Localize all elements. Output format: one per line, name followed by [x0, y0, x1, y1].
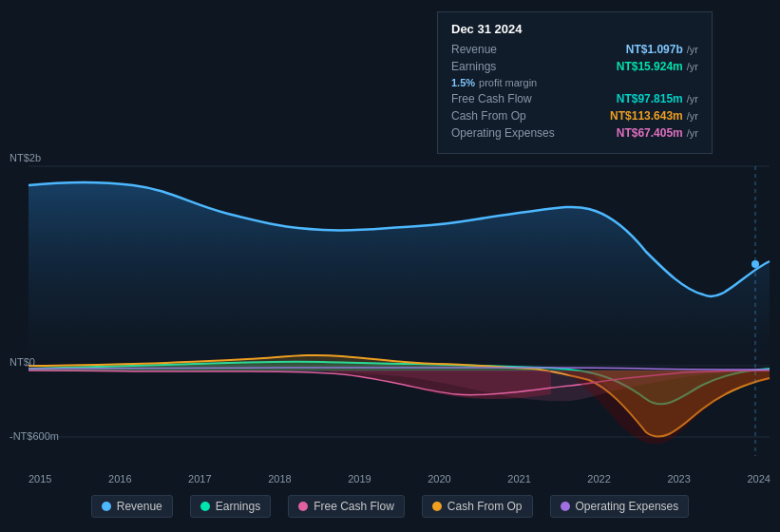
- tooltip-row-opex: Operating Expenses NT$67.405m /yr: [451, 126, 698, 140]
- legend-label-earnings: Earnings: [216, 500, 260, 513]
- legend-label-revenue: Revenue: [117, 500, 162, 513]
- tooltip-date: Dec 31 2024: [451, 22, 698, 36]
- legend-item-fcf[interactable]: Free Cash Flow: [288, 495, 405, 518]
- chart-container: NT$2b NT$0 -NT$600m 20152016201720182019…: [0, 0, 780, 532]
- tooltip-profit-margin: 1.5% profit margin: [451, 77, 698, 88]
- legend-dot-cashop: [432, 502, 442, 511]
- x-label-2016: 2016: [108, 473, 131, 484]
- tooltip-unit-earnings: /yr: [687, 61, 698, 72]
- legend-item-cashop[interactable]: Cash From Op: [422, 495, 533, 518]
- y-label-top: NT$2b: [10, 152, 41, 163]
- tooltip-row-earnings: Earnings NT$15.924m /yr: [451, 60, 698, 73]
- x-label-2021: 2021: [507, 473, 530, 484]
- tooltip: Dec 31 2024 Revenue NT$1.097b /yr Earnin…: [437, 11, 713, 154]
- y-label-mid: NT$0: [10, 356, 35, 368]
- x-label-2018: 2018: [268, 473, 291, 484]
- x-label-2017: 2017: [188, 473, 211, 484]
- profit-margin-pct: 1.5%: [451, 77, 475, 88]
- tooltip-value-earnings: NT$15.924m: [617, 60, 683, 73]
- svg-point-6: [751, 260, 759, 268]
- legend-dot-earnings: [200, 502, 210, 511]
- tooltip-unit-fcf: /yr: [687, 93, 698, 104]
- legend: Revenue Earnings Free Cash Flow Cash Fro…: [0, 495, 780, 518]
- x-label-2023: 2023: [667, 473, 690, 484]
- tooltip-row-revenue: Revenue NT$1.097b /yr: [451, 43, 698, 56]
- tooltip-value-fcf: NT$97.815m: [617, 92, 683, 105]
- legend-item-revenue[interactable]: Revenue: [91, 495, 173, 518]
- x-label-2024: 2024: [747, 473, 770, 484]
- tooltip-row-fcf: Free Cash Flow NT$97.815m /yr: [451, 92, 698, 105]
- tooltip-label-opex: Operating Expenses: [451, 126, 617, 140]
- legend-label-opex: Operating Expenses: [576, 500, 679, 513]
- tooltip-row-cashop: Cash From Op NT$113.643m /yr: [451, 109, 698, 123]
- tooltip-unit-opex: /yr: [687, 127, 698, 139]
- x-label-2020: 2020: [428, 473, 450, 484]
- legend-dot-revenue: [102, 502, 111, 511]
- tooltip-label-revenue: Revenue: [451, 43, 626, 56]
- tooltip-label-earnings: Earnings: [451, 60, 617, 73]
- tooltip-unit-revenue: /yr: [687, 44, 698, 55]
- tooltip-value-cashop: NT$113.643m: [610, 109, 683, 123]
- x-labels: 2015201620172018201920202021202220232024: [29, 473, 770, 484]
- x-label-2019: 2019: [348, 473, 371, 484]
- legend-item-earnings[interactable]: Earnings: [190, 495, 271, 518]
- legend-item-opex[interactable]: Operating Expenses: [550, 495, 690, 518]
- x-label-2022: 2022: [587, 473, 610, 484]
- tooltip-value-opex: NT$67.405m: [617, 126, 683, 140]
- legend-label-fcf: Free Cash Flow: [314, 500, 394, 513]
- tooltip-label-fcf: Free Cash Flow: [451, 92, 617, 105]
- tooltip-label-cashop: Cash From Op: [451, 109, 610, 123]
- legend-dot-fcf: [298, 502, 308, 511]
- legend-dot-opex: [561, 502, 570, 511]
- profit-margin-label: profit margin: [479, 77, 537, 88]
- y-label-bot: -NT$600m: [10, 430, 59, 442]
- legend-label-cashop: Cash From Op: [447, 500, 523, 513]
- x-label-2015: 2015: [29, 473, 51, 484]
- tooltip-unit-cashop: /yr: [687, 110, 698, 122]
- tooltip-value-revenue: NT$1.097b: [626, 43, 683, 56]
